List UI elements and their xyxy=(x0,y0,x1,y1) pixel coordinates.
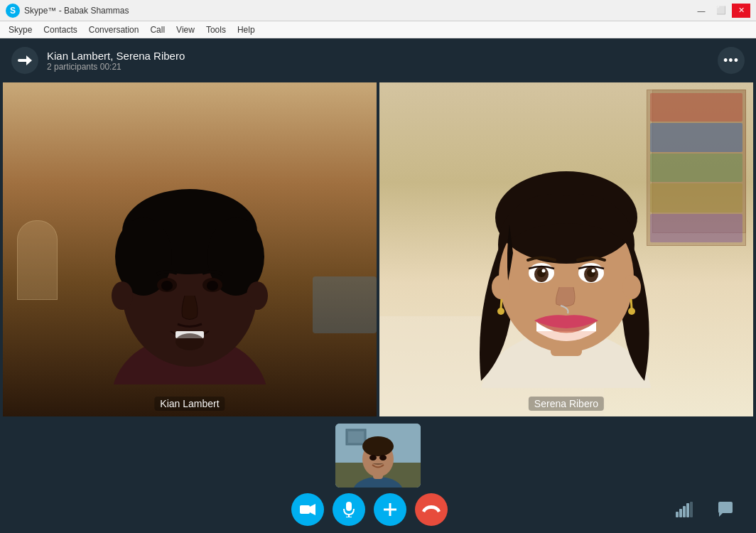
svg-point-15 xyxy=(247,281,268,310)
call-meta: 2 participants 00:21 xyxy=(47,62,185,72)
controls-bar xyxy=(0,493,756,526)
add-icon xyxy=(382,502,398,517)
leave-icon xyxy=(18,54,32,67)
svg-point-27 xyxy=(622,275,641,299)
mic-button[interactable] xyxy=(333,493,365,526)
mic-icon xyxy=(343,502,355,517)
menu-tools[interactable]: Tools xyxy=(200,23,232,36)
participant1-name: Kian Lambert xyxy=(154,397,225,411)
controls-right xyxy=(668,493,742,526)
skype-logo: S xyxy=(6,4,20,18)
chat-icon xyxy=(717,502,734,517)
minimize-button[interactable]: — xyxy=(692,4,711,18)
close-button[interactable]: ✕ xyxy=(732,4,750,18)
svg-rect-57 xyxy=(683,506,686,517)
menu-skype[interactable]: Skype xyxy=(3,23,38,36)
svg-point-45 xyxy=(362,436,394,456)
svg-point-25 xyxy=(628,308,635,315)
signal-icon xyxy=(676,502,693,517)
svg-rect-55 xyxy=(676,512,679,517)
menu-help[interactable]: Help xyxy=(232,23,261,36)
menu-view[interactable]: View xyxy=(171,23,200,36)
bottom-section xyxy=(0,416,756,533)
video-cell-serena: Serena Ribero xyxy=(379,82,753,416)
title-bar: S Skype™ - Babak Shammas — ⬜ ✕ xyxy=(0,0,756,21)
svg-rect-40 xyxy=(348,431,364,443)
title-bar-left: S Skype™ - Babak Shammas xyxy=(6,4,129,18)
title-bar-controls: — ⬜ ✕ xyxy=(692,4,750,18)
call-duration: 00:21 xyxy=(100,62,122,72)
person1-svg xyxy=(51,114,328,384)
menu-bar: Skype Contacts Conversation Call View To… xyxy=(0,21,756,38)
video-button[interactable] xyxy=(291,493,324,526)
svg-point-16 xyxy=(176,333,204,350)
self-view xyxy=(335,424,421,488)
svg-point-46 xyxy=(369,455,377,461)
svg-marker-49 xyxy=(310,504,315,515)
svg-point-11 xyxy=(161,281,173,291)
add-participant-button[interactable] xyxy=(374,493,406,526)
menu-contacts[interactable]: Contacts xyxy=(38,23,82,36)
signal-button[interactable] xyxy=(668,493,701,526)
svg-marker-1 xyxy=(26,55,32,65)
controls-center xyxy=(71,493,668,526)
participant2-name: Serena Ribero xyxy=(529,397,604,411)
call-header: Kian Lambert, Serena Ribero 2 participan… xyxy=(0,38,756,82)
face-1 xyxy=(3,82,377,416)
more-options-button[interactable]: ••• xyxy=(718,47,745,74)
svg-rect-59 xyxy=(690,502,693,517)
svg-rect-56 xyxy=(679,509,682,517)
svg-rect-48 xyxy=(300,505,310,514)
participants-label: Kian Lambert, Serena Ribero xyxy=(47,50,185,62)
svg-point-34 xyxy=(542,269,546,273)
video-icon xyxy=(300,504,315,515)
svg-point-35 xyxy=(592,269,595,273)
restore-button[interactable]: ⬜ xyxy=(712,4,730,18)
chat-button[interactable] xyxy=(709,493,742,526)
call-info: Kian Lambert, Serena Ribero 2 participan… xyxy=(47,50,185,72)
video-grid: Kian Lambert xyxy=(0,82,756,416)
svg-rect-50 xyxy=(346,502,352,511)
end-call-button[interactable] xyxy=(415,493,448,526)
face-2 xyxy=(379,82,753,416)
svg-point-47 xyxy=(379,455,387,461)
call-header-left: Kian Lambert, Serena Ribero 2 participan… xyxy=(11,47,185,74)
svg-rect-0 xyxy=(18,59,28,62)
svg-point-24 xyxy=(497,308,504,315)
person2-svg xyxy=(417,111,716,388)
window-title: Skype™ - Babak Shammas xyxy=(24,6,129,16)
participants-count: 2 participants xyxy=(47,62,97,72)
leave-call-button[interactable] xyxy=(11,47,38,74)
svg-rect-58 xyxy=(686,503,689,517)
end-call-icon xyxy=(422,505,441,514)
svg-point-14 xyxy=(112,281,133,310)
svg-point-12 xyxy=(207,281,218,291)
self-face xyxy=(335,424,421,488)
menu-call[interactable]: Call xyxy=(144,23,171,36)
svg-point-26 xyxy=(492,275,510,299)
menu-conversation[interactable]: Conversation xyxy=(83,23,145,36)
main-content: Kian Lambert, Serena Ribero 2 participan… xyxy=(0,38,756,533)
video-cell-kian: Kian Lambert xyxy=(3,82,377,416)
